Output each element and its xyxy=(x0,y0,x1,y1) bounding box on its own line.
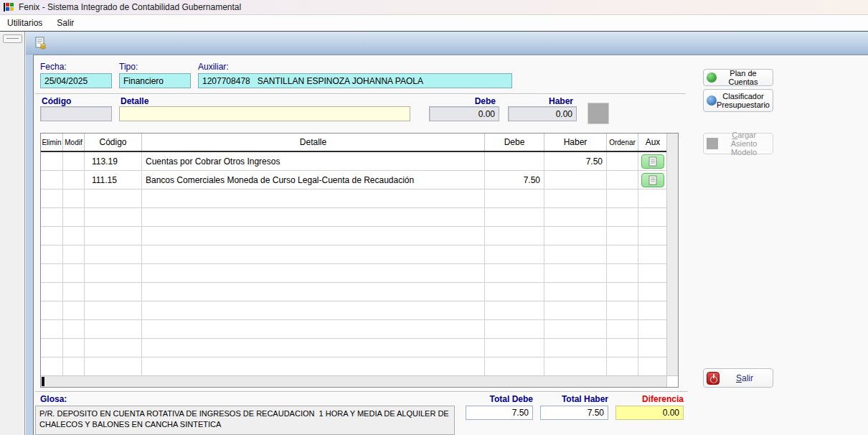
cargar-asiento-modelo-button[interactable]: Cargar AsientoModelo xyxy=(703,133,773,154)
col-header-ordenar: Ordenar xyxy=(607,134,638,151)
cell-elimin xyxy=(41,339,63,357)
col-header-codigo: Código xyxy=(85,134,142,151)
table-horizontal-scrollbar[interactable] xyxy=(41,375,667,387)
diferencia-field: 0.00 xyxy=(615,406,684,420)
cell-elimin xyxy=(41,171,63,190)
cell-haber xyxy=(544,320,607,339)
auxiliar-label: Auxiliar: xyxy=(198,62,229,72)
cell-ordenar xyxy=(607,245,638,264)
cell-ordenar xyxy=(607,152,638,171)
fecha-field[interactable]: 25/04/2025 xyxy=(40,73,112,88)
fecha-label: Fecha: xyxy=(40,62,67,72)
blue-sphere-icon xyxy=(707,95,717,106)
cell-debe xyxy=(485,283,544,301)
table-row xyxy=(41,301,678,320)
codigo-input[interactable] xyxy=(40,106,112,121)
cell-detalle xyxy=(142,357,485,376)
glosa-label: Glosa: xyxy=(40,394,67,404)
table-row xyxy=(41,357,678,376)
cell-codigo: 113.19 xyxy=(85,152,142,171)
cell-elimin xyxy=(41,264,63,283)
aux-detail-button[interactable] xyxy=(641,173,664,187)
cell-modif xyxy=(63,264,85,283)
plan-de-cuentas-label: Plan de Cuentas xyxy=(717,69,770,86)
table-row xyxy=(41,190,678,208)
cell-ordenar xyxy=(607,171,638,190)
cell-ordenar xyxy=(607,283,638,301)
cell-debe xyxy=(485,301,544,320)
diferencia-label: Diferencia xyxy=(615,394,684,404)
total-debe-field: 7.50 xyxy=(466,406,533,420)
cell-detalle xyxy=(142,320,485,339)
cell-aux xyxy=(638,339,667,357)
detalle-input[interactable] xyxy=(119,106,410,121)
cell-haber xyxy=(544,357,607,376)
cell-modif xyxy=(63,190,85,208)
plan-de-cuentas-button[interactable]: Plan de Cuentas xyxy=(703,69,773,86)
main-area: Fecha: Tipo: Auxiliar: 25/04/2025 Financ… xyxy=(0,31,868,435)
cell-ordenar xyxy=(607,208,638,227)
tipo-field[interactable]: Financiero xyxy=(119,73,191,88)
col-header-modif: Modif xyxy=(63,134,85,151)
auxiliar-field[interactable]: 1207708478 SANTILLAN ESPINOZA JOHANNA PA… xyxy=(198,73,512,88)
cell-aux xyxy=(638,208,667,227)
cell-haber xyxy=(544,301,607,320)
cell-modif xyxy=(63,357,85,376)
cell-debe xyxy=(485,245,544,264)
cell-modif xyxy=(63,339,85,357)
note-icon xyxy=(648,156,657,167)
col-header-haber: Haber xyxy=(544,134,607,151)
table-vertical-scrollbar[interactable] xyxy=(666,134,678,375)
cell-modif xyxy=(63,227,85,245)
scrollbar-thumb[interactable] xyxy=(42,377,44,386)
cell-aux xyxy=(638,357,667,376)
cell-detalle xyxy=(142,283,485,301)
cell-elimin xyxy=(41,301,63,320)
add-line-button[interactable] xyxy=(588,103,609,124)
green-sphere-icon xyxy=(707,72,717,83)
cell-haber xyxy=(544,227,607,245)
table-header: Elimin Modif Código Detalle Debe Haber O… xyxy=(41,134,678,152)
cell-elimin xyxy=(41,357,63,376)
col-header-debe: Debe xyxy=(485,134,544,151)
separator xyxy=(35,93,686,95)
cell-codigo xyxy=(85,208,142,227)
clasificador-presupuestario-button[interactable]: ClasificadorPresupuestario xyxy=(703,89,773,112)
glosa-textarea[interactable]: P/R. DEPOSITO EN CUENTA ROTATIVA DE INGR… xyxy=(35,406,455,435)
cell-debe: 7.50 xyxy=(485,171,544,190)
cell-elimin xyxy=(41,152,63,171)
detalle-label: Detalle xyxy=(121,96,148,106)
haber-input[interactable]: 0.00 xyxy=(508,106,577,121)
cell-modif xyxy=(63,320,85,339)
cell-elimin xyxy=(41,208,63,227)
table-row xyxy=(41,320,678,339)
cell-codigo xyxy=(85,283,142,301)
cell-codigo xyxy=(85,245,142,264)
salir-label: Salir xyxy=(720,374,770,383)
table-row xyxy=(41,264,678,283)
cell-ordenar xyxy=(607,357,638,376)
cell-debe xyxy=(485,264,544,283)
cell-ordenar xyxy=(607,301,638,320)
debe-input[interactable]: 0.00 xyxy=(429,106,499,121)
codigo-label: Código xyxy=(42,96,71,106)
cell-debe xyxy=(485,208,544,227)
clasificador-label: ClasificadorPresupuestario xyxy=(717,92,770,109)
salir-button[interactable]: Salir xyxy=(703,368,773,388)
cell-aux xyxy=(638,283,667,301)
cell-haber: 7.50 xyxy=(544,152,607,171)
cell-codigo xyxy=(85,190,142,208)
aux-detail-button[interactable] xyxy=(641,154,664,169)
cell-aux xyxy=(638,264,667,283)
cell-detalle: Bancos Comerciales Moneda de Curso Legal… xyxy=(142,171,485,190)
debe-label: Debe xyxy=(429,96,496,106)
cell-ordenar xyxy=(607,190,638,208)
total-haber-field: 7.50 xyxy=(540,406,608,420)
cell-codigo xyxy=(85,301,142,320)
table-row xyxy=(41,245,678,264)
cell-detalle xyxy=(142,339,485,357)
table-row xyxy=(41,227,678,245)
note-icon xyxy=(648,175,657,185)
cell-aux xyxy=(638,245,667,264)
cell-modif xyxy=(63,171,85,190)
